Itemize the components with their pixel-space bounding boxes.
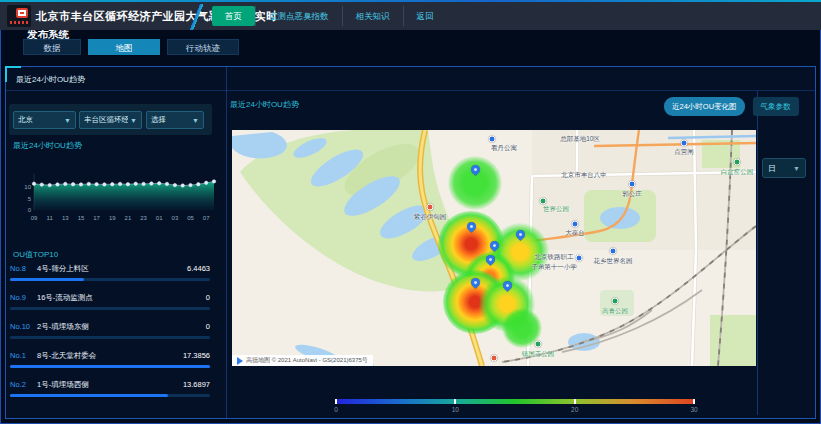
- map-label: 总部基地10区: [560, 135, 600, 144]
- poi-icon: [610, 248, 617, 255]
- park-icon: [734, 159, 741, 166]
- svg-text:5: 5: [28, 196, 32, 202]
- map-label: 紫谷伊甸园: [414, 213, 447, 222]
- ou-value: 6.4463: [187, 263, 210, 275]
- ou-list-row: No.102号-填埋场东侧0: [10, 317, 210, 333]
- metro-icon: [572, 221, 579, 228]
- rank-label: No.1: [10, 350, 37, 362]
- title-divider: [186, 4, 206, 30]
- filter-select-1[interactable]: 北京▼: [13, 111, 76, 129]
- map-label: 世界公园: [543, 205, 569, 214]
- filter-value: 选择: [151, 115, 190, 125]
- value-bar-fill: [10, 365, 210, 368]
- svg-text:13: 13: [62, 215, 69, 221]
- scenic-icon: [427, 204, 434, 211]
- value-bar-fill: [10, 278, 84, 281]
- rank-label: No.2: [10, 379, 37, 391]
- map-label: 点营闸: [674, 148, 694, 157]
- map-label: 北京市丰台八中: [561, 171, 607, 180]
- school-icon: [576, 255, 583, 262]
- map-label: 郭公庄: [622, 190, 642, 199]
- monitor-point-name: 8号-北天堂村委会: [37, 350, 183, 362]
- tab-2[interactable]: 地图: [88, 39, 160, 55]
- value-bar-track: [10, 336, 210, 339]
- ou-list-item[interactable]: No.84号-筛分上料区6.4463: [10, 259, 210, 288]
- ou-value: 0: [206, 321, 210, 333]
- park-icon: [535, 341, 542, 348]
- value-bar-track: [10, 307, 210, 310]
- scale-tick-label: 30: [690, 406, 697, 413]
- svg-text:03: 03: [172, 215, 179, 221]
- map-label: 北京铁路职工: [535, 253, 574, 262]
- monitor-point-name: 4号-筛分上料区: [37, 263, 187, 275]
- svg-text:07: 07: [203, 215, 210, 221]
- heatmap-color-scale: [336, 399, 694, 404]
- chevron-down-icon: ▼: [64, 117, 71, 124]
- ou-list-item[interactable]: No.102号-填埋场东侧0: [10, 317, 210, 346]
- app-window: 北京市丰台区循环经济产业园大气恶臭状况实时 首页监测点恶臭指数相关知识返回 发布…: [0, 0, 821, 424]
- panel-header-divider: [6, 90, 816, 91]
- scale-tick-label: 10: [452, 406, 459, 413]
- scenic-icon: [491, 355, 498, 362]
- filter-select-2[interactable]: 丰台区循环经济产▼: [79, 111, 142, 129]
- weather-params-button[interactable]: 气象参数: [753, 97, 799, 116]
- ou-value: 17.3856: [183, 350, 210, 362]
- top-accent-line: [0, 0, 821, 2]
- svg-text:05: 05: [187, 215, 194, 221]
- scale-tick-label: 20: [571, 406, 578, 413]
- value-bar-track: [10, 394, 210, 397]
- ou-trend-chart: 0510091113151719212301030507: [8, 168, 220, 224]
- svg-text:15: 15: [78, 215, 85, 221]
- filter-select-3[interactable]: 选择▼: [146, 111, 204, 129]
- nav-item-4[interactable]: 返回: [403, 6, 447, 26]
- time-range-select[interactable]: 日 ▼: [762, 158, 806, 178]
- scale-tick: [693, 399, 695, 404]
- map-label: 子弟第十一小学: [531, 263, 577, 272]
- logo-text-mark: [10, 21, 28, 24]
- map-label: 高青公园: [602, 307, 628, 316]
- ou-value: 13.6897: [183, 379, 210, 391]
- svg-text:10: 10: [24, 184, 31, 190]
- svg-text:11: 11: [47, 215, 54, 221]
- scale-tick: [574, 399, 576, 404]
- map-label: 镇国寺公园: [522, 350, 555, 359]
- scale-tick: [454, 399, 456, 404]
- scale-tick-label: 0: [334, 406, 338, 413]
- map-attribution-text: 高德地图 © 2021 AutoNavi - GS(2021)6375号: [246, 356, 368, 365]
- map-canvas[interactable]: 看丹公寓总部基地10区点营闸白盆窑公园北京市丰台八中郭公庄世界公园大葆台花乡世界…: [232, 130, 756, 366]
- park-icon: [540, 198, 547, 205]
- ou-list-row: No.916号-流动监测点0: [10, 288, 210, 304]
- tab-1[interactable]: 数据: [23, 39, 81, 55]
- value-bar-fill: [10, 394, 168, 397]
- map-label: 白盆窑公园: [721, 168, 754, 177]
- svg-text:21: 21: [125, 215, 132, 221]
- main-nav: 首页监测点恶臭指数相关知识返回: [212, 6, 447, 26]
- ou-change-chart-button[interactable]: 近24小时OU变化图: [664, 97, 745, 116]
- filter-value: 丰台区循环经济产: [84, 115, 128, 125]
- chevron-down-icon: ▼: [130, 117, 137, 124]
- svg-text:0: 0: [28, 207, 32, 213]
- ou-value: 0: [206, 292, 210, 304]
- nav-item-3[interactable]: 相关知识: [342, 6, 403, 26]
- view-tabs: 数据地图行动轨迹: [23, 39, 239, 55]
- svg-text:17: 17: [93, 215, 100, 221]
- ou-list-row: No.18号-北天堂村委会17.3856: [10, 346, 210, 362]
- ou-list-item[interactable]: No.21号-填埋场西侧13.6897: [10, 375, 210, 404]
- nav-item-1[interactable]: 首页: [212, 6, 255, 26]
- metro-icon: [629, 181, 636, 188]
- logo-mark-icon: [16, 8, 28, 18]
- sidebar-chart-title: 最近24小时OU趋势: [13, 140, 82, 151]
- rank-label: No.9: [10, 292, 37, 304]
- filter-value: 北京: [18, 115, 62, 125]
- poi-icon: [681, 140, 688, 147]
- ou-list-row: No.21号-填埋场西侧13.6897: [10, 375, 210, 391]
- poi-icon: [489, 136, 496, 143]
- map-right-divider: [757, 91, 758, 415]
- nav-item-2[interactable]: 监测点恶臭指数: [255, 6, 342, 26]
- monitor-point-name: 1号-填埋场西侧: [37, 379, 183, 391]
- ou-list-item[interactable]: No.18号-北天堂村委会17.3856: [10, 346, 210, 375]
- tab-3[interactable]: 行动轨迹: [167, 39, 239, 55]
- app-logo: [7, 5, 31, 27]
- ou-list-item[interactable]: No.916号-流动监测点0: [10, 288, 210, 317]
- panel-title: 最近24小时OU趋势: [16, 74, 85, 85]
